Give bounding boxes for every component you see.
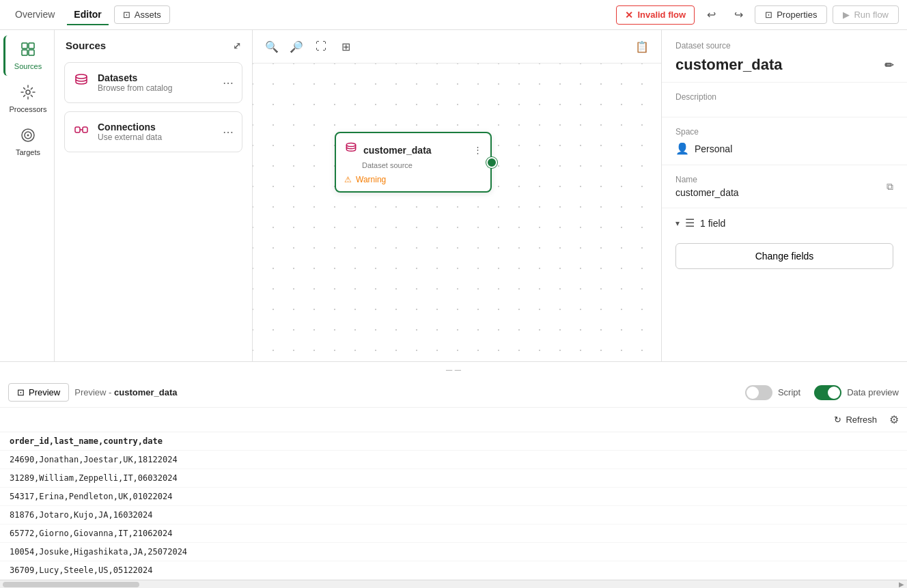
name-section: Name customer_data ⧉ [662,165,907,208]
preview-toolbar: ↻ Refresh ⚙ [0,408,907,432]
flow-node-subtitle: Dataset source [362,161,482,169]
svg-point-7 [27,135,29,137]
horizontal-scrollbar[interactable]: ▶ [0,580,907,588]
play-icon: ▶ [843,10,850,20]
overview-tab[interactable]: Overview [8,5,61,25]
name-label: Name [675,175,739,184]
flow-node-menu-icon[interactable]: ⋮ [473,145,482,155]
settings-icon[interactable]: ⚙ [889,413,899,426]
space-section: Space 👤 Personal [662,117,907,165]
svg-point-8 [76,74,87,79]
svg-rect-3 [29,50,34,55]
right-panel-title: customer_data ✏ [662,53,907,82]
editor-tab[interactable]: Editor [67,5,108,25]
datasets-title: Datasets [98,72,172,83]
script-toggle-group: Script [745,385,800,400]
preview-data: order_id,last_name,country,date 24690,Jo… [0,432,907,580]
sidebar-item-targets[interactable]: Targets [3,122,51,162]
connections-title: Connections [98,122,162,132]
svg-rect-2 [22,50,27,55]
svg-rect-1 [29,43,34,48]
preview-header: ⊡ Preview Preview - customer_data Script… [0,378,907,408]
datasets-card[interactable]: Datasets Browse from catalog ⋯ [64,62,242,103]
script-toggle[interactable] [745,385,772,400]
flow-node-warning: ⚠ Warning [344,175,482,184]
expand-icon[interactable]: ⤢ [233,40,241,51]
scroll-right-arrow: ▶ [899,580,904,588]
preview-title: Preview - customer_data [74,387,177,397]
svg-rect-10 [83,127,87,132]
warning-icon: ⚠ [344,175,352,184]
node-connector[interactable] [486,157,497,168]
connections-card[interactable]: Connections Use external data ⋯ [64,111,242,152]
zoom-out-icon: 🔎 [290,40,303,53]
data-preview-toggle[interactable] [814,385,841,400]
copy-icon[interactable]: ⧉ [887,181,893,193]
scrollbar-thumb[interactable] [3,582,139,587]
drag-handle[interactable]: ─ ─ [0,362,907,378]
connections-more-icon[interactable]: ⋯ [223,126,234,139]
data-row: 24690,Jonathan,Joestar,UK,18122024 [0,451,907,469]
source-type-label: Dataset source [662,30,907,53]
properties-icon: ⊡ [765,10,772,20]
edit-title-icon[interactable]: ✏ [884,59,893,72]
fit-view-icon: ⛶ [316,40,326,53]
canvas-area: 🔍 🔎 ⛶ ⊞ 📋 customer_data [253,30,661,361]
undo-icon: ↩ [707,8,716,21]
connections-subtitle: Use external data [98,132,162,142]
svg-rect-9 [75,127,80,132]
processors-icon [20,84,36,104]
undo-button[interactable]: ↩ [700,4,722,26]
canvas-grid[interactable]: customer_data ⋮ Dataset source ⚠ Warning [253,64,661,361]
zoom-in-button[interactable]: 🔍 [261,36,283,57]
svg-point-11 [346,143,355,147]
sidebar-item-sources[interactable]: Sources [3,36,51,76]
fit-view-button[interactable]: ⛶ [310,36,332,57]
svg-rect-0 [22,43,27,48]
assets-icon: ⊡ [123,10,130,20]
description-label: Description [675,92,893,102]
grid-icon: ⊞ [341,40,350,53]
top-nav: Overview Editor ⊡ Assets ✕ Invalid flow … [0,0,907,30]
run-flow-button[interactable]: ▶ Run flow [833,5,899,24]
data-row: 31289,William,Zeppelli,IT,06032024 [0,469,907,488]
data-row: 81876,Jotaro,Kujo,JA,16032024 [0,506,907,524]
data-rows: 24690,Jonathan,Joestar,UK,1812202431289,… [0,451,907,580]
space-label: Space [675,127,893,137]
data-header-row: order_id,last_name,country,date [0,432,907,451]
preview-button[interactable]: ⊡ Preview [8,383,69,402]
assets-button[interactable]: ⊡ Assets [114,5,170,24]
svg-point-4 [26,90,30,94]
flow-node-title: customer_data [363,145,468,156]
datasets-icon [73,72,89,93]
flow-node[interactable]: customer_data ⋮ Dataset source ⚠ Warning [335,132,492,193]
flow-node-dataset-icon [344,141,358,158]
error-icon: ✕ [625,10,633,20]
name-value: customer_data [675,187,739,198]
redo-button[interactable]: ↪ [727,4,749,26]
preview-icon: ⊡ [17,387,25,397]
clipboard-icon: 📋 [635,40,649,53]
right-panel: Dataset source customer_data ✏ Descripti… [661,30,907,361]
script-label: Script [778,387,800,397]
invalid-flow-button[interactable]: ✕ Invalid flow [616,5,695,25]
grid-button[interactable]: ⊞ [335,36,357,57]
drag-handle-icon: ─ ─ [446,365,461,375]
properties-button[interactable]: ⊡ Properties [755,5,827,24]
flow-node-header: customer_data ⋮ [344,141,482,158]
data-preview-toggle-group: Data preview [814,385,899,400]
fields-row[interactable]: ▾ ☰ 1 field [662,208,907,238]
sources-header: Sources ⤢ [55,30,252,58]
refresh-icon: ↻ [834,415,841,425]
redo-icon: ↪ [734,8,743,21]
clipboard-button[interactable]: 📋 [631,36,653,57]
sidebar: Sources Processors Targets [0,30,55,361]
data-row: 10054,Josuke,Higashikata,JA,25072024 [0,543,907,561]
description-section: Description [662,82,907,117]
sidebar-item-processors[interactable]: Processors [3,79,51,119]
refresh-button[interactable]: ↻ Refresh [827,412,884,428]
zoom-out-button[interactable]: 🔎 [285,36,307,57]
change-fields-button[interactable]: Change fields [675,243,893,269]
data-preview-label: Data preview [847,387,899,397]
datasets-more-icon[interactable]: ⋯ [223,76,234,89]
